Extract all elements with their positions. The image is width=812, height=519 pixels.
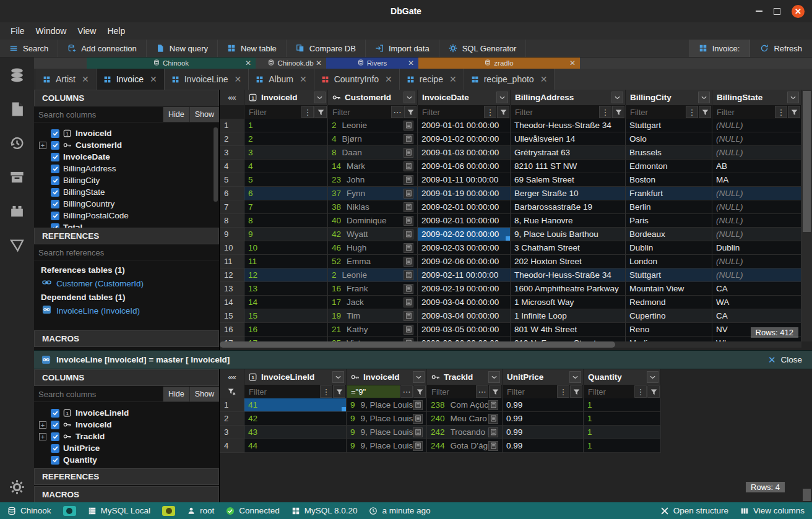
invoice-row-4[interactable]: 4414Mark2009-01-06 00:00:008210 111 ST N…: [220, 160, 812, 173]
chevron-down-icon[interactable]: [404, 92, 415, 103]
column-header-BillingCity[interactable]: BillingCity: [626, 90, 712, 105]
tab-invoice[interactable]: Invoice✕: [97, 69, 165, 90]
close-icon[interactable]: ✕: [385, 74, 392, 84]
cell-BillingAddress[interactable]: 319 N. Frances Street: [511, 337, 626, 341]
row-number[interactable]: 4: [220, 439, 244, 453]
cell-BillingCity[interactable]: Stuttgart: [626, 119, 712, 132]
funnel-icon[interactable]: [699, 106, 711, 118]
funnel-icon[interactable]: [788, 106, 800, 118]
cell-InvoiceLineId[interactable]: 42: [244, 412, 347, 426]
column-toggle-InvoiceId[interactable]: 1InvoiceId: [34, 127, 219, 139]
tab-recipe[interactable]: recipe✕: [400, 69, 464, 90]
column-toggle-InvoiceLineId[interactable]: 1InvoiceLineId: [34, 407, 219, 419]
checkbox-icon[interactable]: [51, 188, 59, 197]
invoice-row-16[interactable]: 161621Kathy2009-03-05 00:00:00801 W 4th …: [220, 323, 812, 337]
filter-menu-icon[interactable]: ⋮: [775, 106, 787, 118]
columns-panel-header[interactable]: COLUMNS: [34, 369, 219, 386]
cell-TrackId[interactable]: 244Gota D'águ: [427, 439, 503, 453]
open-reference-icon[interactable]: [413, 400, 423, 410]
new-query-button[interactable]: New query: [147, 40, 218, 57]
cell-InvoiceDate[interactable]: 2009-01-19 00:00:00: [418, 187, 511, 200]
context-table-indicator[interactable]: Invoice:: [689, 40, 750, 57]
cell-BillingAddress[interactable]: 1 Infinite Loop: [511, 309, 626, 323]
invoice-row-17[interactable]: 171725Victor2009-03-06 00:00:00319 N. Fr…: [220, 337, 812, 341]
cell-TrackId[interactable]: 238Com Açúca: [427, 398, 503, 412]
open-reference-icon[interactable]: [404, 148, 413, 158]
cell-InvoiceDate[interactable]: 2009-02-06 00:00:00: [418, 255, 511, 268]
cell-BillingState[interactable]: (NULL): [712, 228, 801, 241]
cell-BillingAddress[interactable]: 801 W 4th Street: [511, 323, 626, 337]
row-number[interactable]: 13: [220, 282, 244, 296]
row-number[interactable]: 11: [220, 255, 244, 268]
cell-BillingCity[interactable]: Boston: [626, 173, 712, 187]
cell-InvoiceId[interactable]: 9: [244, 228, 328, 241]
cell-BillingCity[interactable]: Oslo: [626, 132, 712, 146]
open-reference-icon[interactable]: [404, 311, 413, 321]
chevron-down-icon[interactable]: [488, 371, 500, 383]
row-number[interactable]: 2: [220, 132, 244, 146]
show-button[interactable]: Show: [189, 107, 219, 122]
cell-CustomerId[interactable]: 4Bjørn: [328, 132, 418, 146]
menu-help[interactable]: Help: [102, 22, 131, 40]
db-tab-zradlo[interactable]: zradlo✕: [418, 58, 580, 69]
cell-InvoiceDate[interactable]: 2009-02-01 00:00:00: [418, 200, 511, 214]
cell-InvoiceId[interactable]: 4: [244, 160, 328, 173]
row-number[interactable]: 14: [220, 296, 244, 309]
cell-InvoiceId[interactable]: 15: [244, 309, 328, 323]
column-toggle-BillingState[interactable]: BillingState: [34, 186, 219, 198]
archive-icon[interactable]: [9, 169, 25, 185]
invoice-row-11[interactable]: 111152Emma2009-02-06 00:00:00202 Hoxton …: [220, 255, 812, 268]
checkbox-icon[interactable]: [51, 141, 59, 150]
expand-icon[interactable]: +: [39, 142, 46, 149]
open-reference-icon[interactable]: [404, 189, 413, 199]
invoice-row-10[interactable]: 101046Hugh2009-02-03 00:00:003 Chatham S…: [220, 241, 812, 255]
cell-BillingCity[interactable]: Reno: [626, 323, 712, 337]
cell-CustomerId[interactable]: 2Leonie: [328, 119, 418, 132]
cell-CustomerId[interactable]: 8Daan: [328, 146, 418, 160]
db-tab-chinook[interactable]: Chinook✕: [87, 58, 256, 69]
tab-album[interactable]: Album✕: [249, 69, 314, 90]
cell-InvoiceDate[interactable]: 2009-01-06 00:00:00: [418, 160, 511, 173]
cell-BillingState[interactable]: (NULL): [712, 268, 801, 282]
row-number[interactable]: 3: [220, 426, 244, 439]
fill-handle[interactable]: [506, 236, 510, 241]
filter-menu-icon[interactable]: ⋯: [400, 385, 413, 398]
row-number[interactable]: 1: [220, 398, 244, 412]
open-reference-icon[interactable]: [404, 325, 413, 335]
refresh-button[interactable]: Refresh: [749, 40, 812, 57]
close-icon[interactable]: ✕: [245, 59, 251, 67]
cell-CustomerId[interactable]: 37Fynn: [328, 187, 418, 200]
cell-CustomerId[interactable]: 21Kathy: [328, 323, 418, 337]
chevron-down-icon[interactable]: [611, 92, 623, 103]
cell-BillingState[interactable]: WA: [712, 296, 801, 309]
funnel-icon[interactable]: [497, 106, 509, 118]
cell-InvoiceId[interactable]: 13: [244, 282, 328, 296]
cell-BillingState[interactable]: (NULL): [712, 187, 801, 200]
open-reference-icon[interactable]: [404, 161, 413, 171]
row-number[interactable]: 6: [220, 187, 244, 200]
cell-BillingAddress[interactable]: Theodor-Heuss-Straße 34: [511, 268, 626, 282]
cell-BillingState[interactable]: AB: [712, 160, 801, 173]
invoiceline-row-4[interactable]: 44499, Place Louis B244Gota D'águ0.991: [220, 439, 812, 453]
tab-recipe-photo[interactable]: recipe_photo✕: [464, 69, 555, 90]
menu-file[interactable]: File: [5, 22, 30, 40]
cell-BillingAddress[interactable]: 3 Chatham Street: [511, 241, 626, 255]
invoice-row-2[interactable]: 224Bjørn2009-01-02 00:00:00Ullevålsveien…: [220, 132, 812, 146]
column-toggle-BillingCountry[interactable]: BillingCountry: [34, 198, 219, 210]
filter-input-InvoiceDate[interactable]: Filter: [418, 106, 483, 118]
column-toggle-InvoiceDate[interactable]: InvoiceDate: [34, 151, 219, 163]
cell-InvoiceId[interactable]: 2: [244, 132, 328, 146]
cell-BillingState[interactable]: (NULL): [712, 214, 801, 228]
cell-InvoiceId[interactable]: 99, Place Louis B: [347, 412, 427, 426]
cell-InvoiceLineId[interactable]: 43: [244, 426, 347, 439]
checkbox-icon[interactable]: [51, 212, 59, 220]
filter-menu-icon[interactable]: ⋮: [484, 106, 496, 118]
row-number[interactable]: 9: [220, 228, 244, 241]
history-icon[interactable]: [9, 135, 25, 151]
filter-menu-icon[interactable]: ⋮: [557, 385, 569, 398]
cell-BillingAddress[interactable]: Grétrystraat 63: [511, 146, 626, 160]
cell-BillingAddress[interactable]: 8210 111 ST NW: [511, 160, 626, 173]
cell-InvoiceId[interactable]: 5: [244, 173, 328, 187]
checkbox-icon[interactable]: [51, 165, 59, 173]
invoice-row-1[interactable]: 112Leonie2009-01-01 00:00:00Theodor-Heus…: [220, 119, 812, 132]
